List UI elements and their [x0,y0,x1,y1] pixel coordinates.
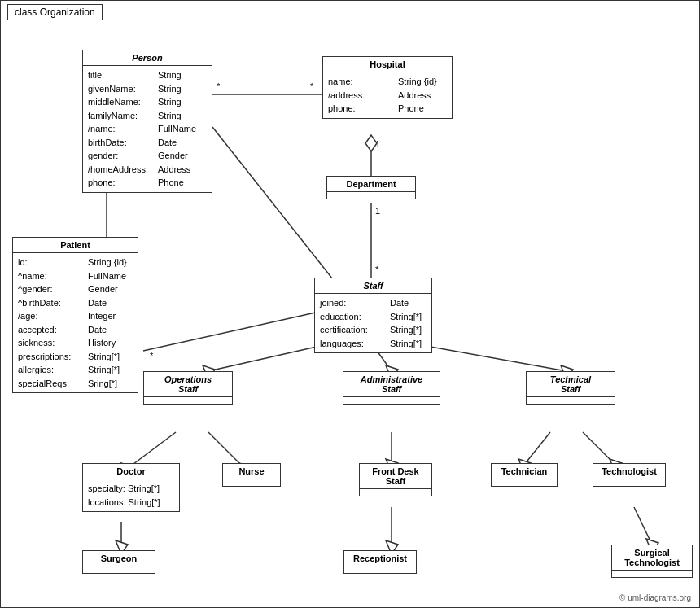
department-box: Department [326,176,416,199]
technical-staff-title: TechnicalStaff [527,372,615,397]
doctor-title: Doctor [83,464,179,479]
svg-line-15 [143,310,326,351]
surgical-technologist-box: SurgicalTechnologist [611,545,693,578]
administrative-staff-body [343,397,440,404]
technologist-body [593,479,665,486]
operations-staff-body [144,397,232,404]
operations-staff-title: OperationsStaff [144,372,232,397]
front-desk-staff-body [360,489,431,496]
technologist-title: Technologist [593,464,665,479]
doctor-body: specialty: String[*] locations: String[*… [83,479,179,511]
administrative-staff-box: AdministrativeStaff [343,371,440,405]
svg-text:*: * [150,351,154,361]
surgeon-body [83,566,155,573]
svg-text:*: * [310,81,314,91]
technician-box: Technician [491,463,558,487]
diagram-container: class Organization * * 1 * 1 * * * [0,0,700,608]
operations-staff-box: OperationsStaff [143,371,233,405]
receptionist-title: Receptionist [344,551,416,566]
nurse-title: Nurse [223,464,280,479]
surgical-technologist-body [612,571,692,577]
department-title: Department [327,177,415,192]
svg-marker-4 [365,135,377,151]
nurse-body [223,479,280,486]
svg-line-13 [212,127,351,302]
front-desk-staff-box: Front DeskStaff [359,463,432,496]
hospital-title: Hospital [323,57,452,72]
staff-box: Staff joined:Date education:String[*] ce… [314,278,432,353]
staff-title: Staff [315,278,431,294]
copyright: © uml-diagrams.org [619,593,691,602]
patient-title: Patient [13,238,138,253]
receptionist-box: Receptionist [343,550,417,574]
svg-line-38 [634,507,652,545]
svg-text:*: * [217,81,221,91]
receptionist-body [344,566,416,573]
technologist-box: Technologist [593,463,666,487]
patient-box: Patient id:String {id} ^name:FullName ^g… [12,237,138,393]
svg-line-30 [524,432,550,465]
surgical-technologist-title: SurgicalTechnologist [612,545,692,571]
department-body [327,192,415,199]
administrative-staff-title: AdministrativeStaff [343,372,440,397]
staff-body: joined:Date education:String[*] certific… [315,294,431,352]
nurse-box: Nurse [222,463,281,487]
surgeon-box: Surgeon [82,550,155,574]
person-body: title:String givenName:String middleName… [83,66,212,192]
technical-staff-body [527,397,615,404]
hospital-box: Hospital name:String {id} /address:Addre… [322,56,453,119]
diagram-title: class Organization [7,4,103,20]
surgeon-title: Surgeon [83,551,155,566]
person-title: Person [83,50,212,66]
technician-body [492,479,557,486]
doctor-box: Doctor specialty: String[*] locations: S… [82,463,180,512]
person-box: Person title:String givenName:String mid… [82,50,212,193]
svg-text:1: 1 [375,206,380,216]
technical-staff-box: TechnicalStaff [526,371,615,405]
technician-title: Technician [492,464,557,479]
front-desk-staff-title: Front DeskStaff [360,464,431,489]
svg-line-32 [583,432,615,465]
hospital-body: name:String {id} /address:Address phone:… [323,72,452,118]
svg-text:1: 1 [375,139,380,149]
svg-text:*: * [375,265,379,274]
patient-body: id:String {id} ^name:FullName ^gender:Ge… [13,253,138,392]
